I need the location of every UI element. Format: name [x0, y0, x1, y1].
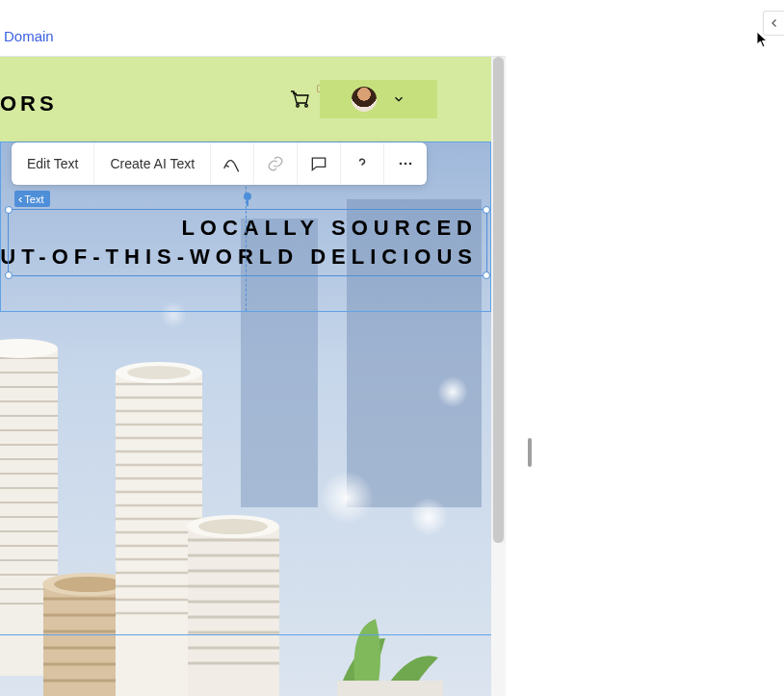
selection-type-badge[interactable]: Text [14, 191, 50, 207]
cart-button[interactable]: 0 [289, 88, 318, 116]
site-header: ORS 0 [0, 57, 491, 142]
resize-handle-tl[interactable] [5, 206, 13, 214]
edit-text-button[interactable]: Edit Text [12, 142, 94, 185]
chevron-down-icon [392, 92, 405, 106]
text-element-toolbar: Edit Text Create AI Text [12, 142, 427, 185]
resize-handle-br[interactable] [483, 271, 490, 279]
svg-point-56 [127, 366, 191, 379]
link-button[interactable] [254, 142, 298, 185]
text-selection-outline[interactable] [8, 209, 487, 276]
help-button[interactable] [341, 142, 384, 185]
resize-handle-bl[interactable] [5, 271, 13, 279]
chevron-left-icon [769, 17, 780, 29]
create-ai-text-button[interactable]: Create AI Text [94, 142, 211, 185]
open-right-panel-button[interactable] [763, 11, 784, 36]
svg-point-71 [405, 163, 407, 166]
animation-icon [222, 154, 242, 173]
help-icon [353, 154, 372, 173]
rotate-handle[interactable] [244, 193, 251, 200]
link-icon [266, 154, 285, 173]
next-section-outline [0, 634, 491, 696]
avatar [352, 87, 377, 112]
svg-point-72 [409, 163, 412, 166]
connect-domain-link[interactable]: Domain [4, 28, 54, 44]
site-logo-text: ORS [0, 91, 58, 116]
cart-icon [289, 88, 312, 111]
more-icon [396, 154, 415, 173]
comment-button[interactable] [298, 142, 341, 185]
right-panel-scroll-indicator[interactable] [528, 438, 532, 467]
svg-point-70 [400, 163, 403, 166]
canvas-vertical-scrollbar[interactable] [491, 57, 506, 543]
more-button[interactable] [384, 142, 427, 185]
editor-top-bar: Domain [0, 16, 506, 57]
svg-point-35 [54, 577, 123, 592]
animation-button[interactable] [211, 142, 254, 185]
svg-point-68 [198, 519, 268, 534]
svg-point-4 [409, 498, 448, 536]
comment-icon [309, 154, 328, 173]
scrollbar-thumb[interactable] [493, 57, 504, 543]
svg-point-3 [320, 471, 374, 525]
resize-handle-tr[interactable] [483, 206, 490, 214]
member-login-button[interactable] [320, 80, 437, 118]
svg-point-5 [437, 376, 468, 407]
